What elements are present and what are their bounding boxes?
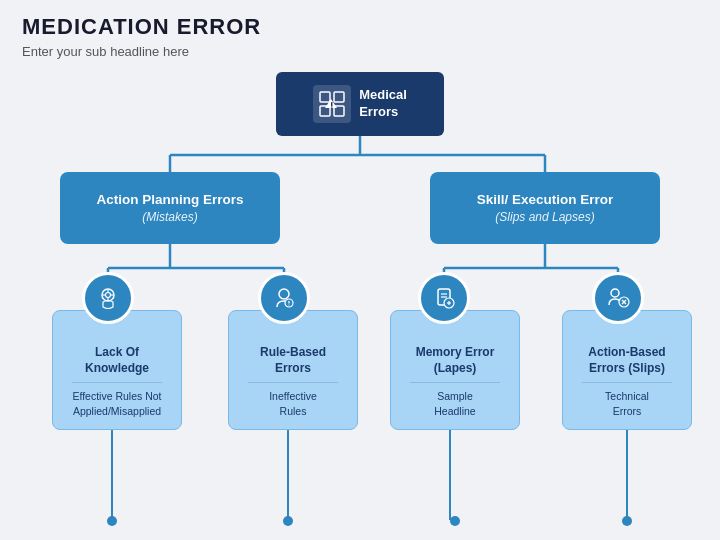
page-subtitle: Enter your sub headline here [22, 44, 189, 59]
leaf-3-title: Memory Error (Lapes) [416, 345, 495, 376]
svg-point-29 [279, 289, 289, 299]
leaf-icon-1 [82, 272, 134, 324]
bottom-dot-2 [283, 516, 293, 526]
leaf-4-desc: Technical Errors [605, 389, 649, 418]
leaf-1-desc: Effective Rules Not Applied/Misapplied [72, 389, 161, 418]
leaf-memory-error: Memory Error (Lapes) Sample Headline [390, 310, 520, 430]
leaf-2-title: Rule-Based Errors [260, 345, 326, 376]
category-skill-execution: Skill/ Execution Error (Slips and Lapses… [430, 172, 660, 244]
category-action-planning: Action Planning Errors (Mistakes) [60, 172, 280, 244]
leaf-lack-knowledge: Lack Of Knowledge Effective Rules Not Ap… [52, 310, 182, 430]
svg-rect-18 [334, 92, 344, 102]
leaf-3-desc: Sample Headline [434, 389, 475, 418]
bottom-dot-1 [107, 516, 117, 526]
leaf-4-title: Action-Based Errors (Slips) [588, 345, 665, 376]
leaf-3-divider [410, 382, 500, 383]
leaf-4-divider [582, 382, 672, 383]
page-title: MEDICATION ERROR [22, 14, 261, 40]
bottom-dot-4 [622, 516, 632, 526]
leaf-rule-based: Rule-Based Errors Ineffective Rules [228, 310, 358, 430]
root-node: Medical Errors [276, 72, 444, 136]
leaf-icon-4 [592, 272, 644, 324]
svg-rect-17 [320, 92, 330, 102]
cat-left-title: Action Planning Errors [96, 192, 243, 207]
cat-right-title: Skill/ Execution Error [477, 192, 614, 207]
leaf-1-divider [72, 382, 162, 383]
svg-point-32 [288, 304, 289, 305]
leaf-1-title: Lack Of Knowledge [85, 345, 149, 376]
bottom-dot-3 [450, 516, 460, 526]
cat-left-subtitle: (Mistakes) [142, 210, 197, 224]
leaf-2-divider [248, 382, 338, 383]
leaf-icon-2 [258, 272, 310, 324]
leaf-action-based: Action-Based Errors (Slips) Technical Er… [562, 310, 692, 430]
cat-right-subtitle: (Slips and Lapses) [495, 210, 594, 224]
medical-errors-icon [313, 85, 351, 123]
svg-point-22 [331, 106, 333, 108]
svg-point-24 [106, 293, 111, 298]
leaf-icon-3 [418, 272, 470, 324]
svg-point-39 [611, 289, 619, 297]
leaf-2-desc: Ineffective Rules [269, 389, 317, 418]
svg-rect-21 [331, 102, 333, 106]
root-label: Medical Errors [359, 87, 407, 121]
